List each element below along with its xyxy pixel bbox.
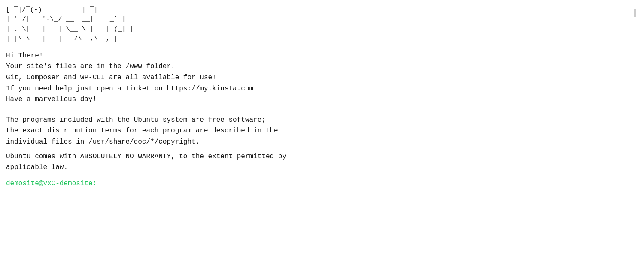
terminal-container: [ ¯|/¯(‐)_ __ ___| ¯|_ __ _ | ' /| | '‐\… — [6, 5, 638, 277]
welcome-line-5: Have a marvellous day! — [6, 94, 638, 105]
gap-1 — [6, 105, 638, 115]
warranty-section: Ubuntu comes with ABSOLUTELY NO WARRANTY… — [6, 151, 638, 173]
gap-3 — [6, 173, 638, 177]
welcome-section: Hi There! Your site's files are in the /… — [6, 51, 638, 105]
welcome-line-2: Your site's files are in the /www folder… — [6, 61, 638, 72]
legal-section: The programs included with the Ubuntu sy… — [6, 115, 638, 148]
warranty-line-2: applicable law. — [6, 162, 638, 173]
legal-line-1: The programs included with the Ubuntu sy… — [6, 115, 638, 126]
gap-2 — [6, 148, 638, 151]
legal-line-2: the exact distribution terms for each pr… — [6, 126, 638, 137]
legal-line-3: individual files in /usr/share/doc/*/cop… — [6, 137, 638, 148]
welcome-line-1: Hi There! — [6, 51, 638, 62]
scrollbar[interactable] — [634, 9, 636, 17]
warranty-line-1: Ubuntu comes with ABSOLUTELY NO WARRANTY… — [6, 151, 638, 163]
ascii-art-banner: [ ¯|/¯(‐)_ __ ___| ¯|_ __ _ | ' /| | '‐\… — [6, 5, 638, 44]
welcome-line-3: Git, Composer and WP-CLI are all availab… — [6, 72, 638, 84]
welcome-line-4: If you need help just open a ticket on h… — [6, 84, 638, 95]
command-prompt[interactable]: demosite@vxC-demosite: — [6, 178, 638, 190]
